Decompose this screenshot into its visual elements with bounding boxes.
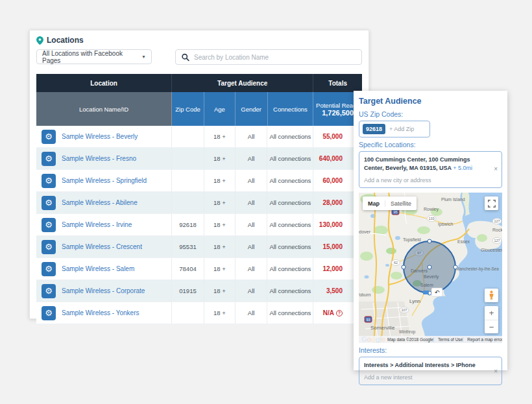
reach-cell: 15,000 (322, 243, 343, 250)
table-row: ⚙Sample Wireless - Springfield 18 + All … (36, 170, 362, 192)
table-row: ⚙Sample Wireless - Beverly 18 + All All … (36, 126, 362, 148)
age-cell: 18 + (204, 148, 236, 169)
zip-cell: 78404 (172, 258, 204, 279)
svg-text:Somerville: Somerville (370, 325, 395, 331)
svg-text:Essex: Essex (457, 239, 470, 244)
row-settings-button[interactable]: ⚙ (42, 240, 56, 254)
help-question-icon[interactable]: ? (336, 310, 343, 316)
svg-text:Lynn: Lynn (409, 298, 420, 304)
terms-of-use-link[interactable]: Terms of Use (433, 337, 463, 342)
connections-cell: All connections (267, 192, 313, 213)
gear-icon: ⚙ (45, 220, 53, 229)
age-cell: 18 + (204, 236, 236, 257)
location-name-link[interactable]: Sample Wireless - Beverly (62, 133, 138, 140)
svg-text:Andover: Andover (359, 230, 371, 234)
specific-locations-box[interactable]: 100 Cummings Center, 100 Cummings Center… (359, 151, 502, 188)
svg-text:95: 95 (393, 210, 397, 214)
locations-filter-value: All Locations with Facebook Pages (42, 50, 141, 64)
radius-link[interactable]: + 5.0mi (453, 165, 472, 171)
street-view-pegman-button[interactable] (485, 289, 498, 302)
zip-cell (172, 126, 204, 147)
report-map-error-link[interactable]: Report a map error (463, 337, 502, 342)
chevron-down-icon: ▼ (141, 54, 146, 59)
gender-cell: All (236, 214, 268, 235)
group-header-target-audience: Target Audience (172, 74, 313, 92)
row-settings-button[interactable]: ⚙ (42, 130, 56, 144)
zoom-in-button[interactable]: + (485, 306, 498, 320)
remove-location-icon[interactable]: × (494, 166, 498, 172)
svg-text:Topsfield: Topsfield (403, 237, 421, 243)
table-row: ⚙Sample Wireless - Yonkers 18 + All All … (36, 302, 362, 324)
row-settings-button[interactable]: ⚙ (42, 152, 56, 166)
row-settings-button[interactable]: ⚙ (42, 262, 56, 276)
gender-cell: All (236, 148, 268, 169)
location-name-link[interactable]: Sample Wireless - Corporate (62, 287, 145, 294)
table-group-header-row: Location Target Audience Totals (36, 74, 362, 92)
svg-text:Rowley: Rowley (424, 207, 439, 212)
map-canvas[interactable]: 133 127 127 97 62 107 95 93 Plum Islan (359, 193, 502, 343)
location-name-link[interactable]: Sample Wireless - Irvine (62, 221, 132, 228)
table-row: ⚙Sample Wireless - Corporate 01915 18 + … (36, 280, 362, 302)
location-name-link[interactable]: Sample Wireless - Fresno (62, 155, 136, 162)
zip-cell (172, 192, 204, 213)
location-name-link[interactable]: Sample Wireless - Crescent (62, 243, 142, 250)
interests-box[interactable]: Interests > Additional Interests > IPhon… (359, 357, 502, 385)
map-type-control: Map Satellite (363, 196, 417, 210)
zip-chip[interactable]: 92618 (363, 124, 385, 134)
map-attribution-bar: Map data ©2018 Google Terms of Use Repor… (359, 336, 502, 343)
group-header-totals: Totals (313, 74, 362, 92)
svg-text:93: 93 (366, 318, 370, 322)
gender-cell: All (236, 280, 268, 302)
row-settings-button[interactable]: ⚙ (42, 174, 56, 188)
svg-text:Winthrop: Winthrop (399, 329, 416, 335)
search-icon (182, 53, 189, 62)
zoom-out-button[interactable]: − (485, 320, 498, 333)
map[interactable]: 133 127 127 97 62 107 95 93 Plum Islan (359, 193, 502, 343)
pegman-icon (489, 291, 494, 300)
locations-panel: Locations All Locations with Facebook Pa… (29, 30, 369, 319)
table-row: ⚙Sample Wireless - Salem 78404 18 + All … (36, 258, 362, 280)
reach-cell: N/A (323, 309, 334, 316)
column-header-gender: Gender (236, 92, 268, 126)
location-name-link[interactable]: Sample Wireless - Yonkers (62, 309, 139, 316)
reach-cell: 55,000 (322, 133, 343, 140)
locations-table: Location Target Audience Totals Location… (36, 74, 362, 324)
gender-cell: All (236, 126, 268, 147)
row-settings-button[interactable]: ⚙ (42, 306, 56, 320)
map-type-satellite-button[interactable]: Satellite (385, 200, 417, 207)
undo-radius-button[interactable]: ↶ (431, 288, 442, 296)
search-input[interactable] (194, 54, 356, 61)
row-settings-button[interactable]: ⚙ (42, 218, 56, 232)
remove-interest-icon[interactable]: × (494, 368, 498, 375)
interests-label: Interests: (359, 346, 502, 354)
zip-cell: 01915 (172, 280, 204, 302)
age-cell: 18 + (204, 214, 236, 235)
column-header-zip: Zip Code (172, 92, 204, 126)
gear-icon: ⚙ (45, 287, 53, 295)
gender-cell: All (236, 192, 268, 213)
column-header-connections: Connections (268, 92, 314, 126)
gear-icon: ⚙ (45, 132, 53, 141)
table-row: ⚙Sample Wireless - Abilene 18 + All All … (36, 192, 362, 214)
reach-cell: 640,000 (319, 155, 343, 162)
specific-locations-label: Specific Locations: (359, 141, 502, 149)
fullscreen-button[interactable] (485, 196, 498, 210)
svg-text:Manchester-by-the-Sea: Manchester-by-the-Sea (456, 267, 499, 272)
location-name-link[interactable]: Sample Wireless - Springfield (62, 177, 147, 184)
row-settings-button[interactable]: ⚙ (42, 196, 56, 210)
location-name-link[interactable]: Sample Wireless - Abilene (62, 199, 138, 206)
reach-cell: 3,500 (326, 287, 343, 294)
locations-filter-dropdown[interactable]: All Locations with Facebook Pages ▼ (36, 49, 152, 64)
gear-icon: ⚙ (45, 154, 53, 163)
target-audience-panel: Target Audience US Zip Codes: 92618 + Ad… (354, 91, 507, 370)
add-city-placeholder: Add a new city or address (364, 177, 497, 184)
location-searchbox[interactable] (175, 49, 362, 65)
table-row: ⚙Sample Wireless - Crescent 95531 18 + A… (36, 236, 362, 258)
zip-codes-input[interactable]: 92618 + Add Zip (359, 121, 430, 137)
age-cell: 18 + (204, 302, 236, 324)
row-settings-button[interactable]: ⚙ (42, 284, 56, 298)
map-type-map-button[interactable]: Map (363, 200, 385, 207)
table-row: ⚙Sample Wireless - Irvine 92618 18 + All… (36, 214, 362, 236)
connections-cell: All connections (267, 126, 313, 147)
location-name-link[interactable]: Sample Wireless - Salem (62, 265, 134, 272)
